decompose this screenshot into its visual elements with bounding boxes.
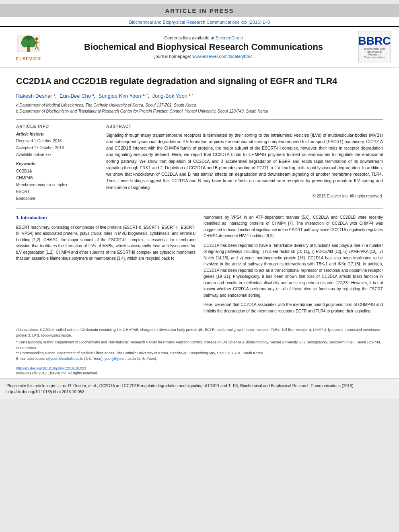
intro-para-3: CC2D1A has been reported to have a remar… [204, 242, 383, 299]
corresponding2-footnote: ** Corresponding author. Department of M… [16, 351, 383, 356]
footnotes-area: Abbreviations: CC2D1A, coiled-coil and C… [0, 324, 399, 365]
header-center: Contents lists available at ScienceDirec… [55, 35, 352, 59]
keyword-4: ESCRT [16, 188, 97, 195]
email-footnote: E-mail addresses: sjkyoon@catholic.ac.kr… [16, 356, 383, 362]
received-date: Received 1 October 2016 [16, 138, 97, 144]
sciencedirect-link[interactable]: ScienceDirect [216, 35, 243, 40]
article-info-abstract-section: ARTICLE INFO Article history: Received 1… [16, 119, 383, 202]
corresponding1-footnote: * Corresponding author. Department of Bi… [16, 340, 383, 351]
author-sungjoo[interactable]: Sungjoo Kim Yoon [98, 93, 141, 99]
article-title: CC2D1A and CC2D1B regulate degradation a… [16, 76, 383, 87]
main-content: CC2D1A and CC2D1B regulate degradation a… [0, 68, 399, 324]
homepage-link[interactable]: www.elsevier.com/locate/ybbrc [192, 54, 253, 59]
keyword-1: CC2D1A [16, 168, 97, 175]
abstract-copyright: © 2016 Elsevier Inc. All rights reserved… [106, 194, 383, 198]
abstract-text: Signaling through many transmembrane rec… [106, 132, 383, 191]
introduction-heading: 1. Introduction [16, 214, 195, 221]
doi-line: http://dx.doi.org/10.1016/j.bbrc.2016.10… [0, 365, 399, 371]
affiliation-a: a Department of Medical Lifesciences, Th… [16, 102, 383, 108]
body-right-col: monomers by VPS4 in an ATP-dependent man… [204, 214, 383, 318]
journal-title: Biochemical and Biophysical Research Com… [55, 42, 352, 52]
svg-point-3 [21, 38, 29, 47]
intro-para-1: ESCRT machinery, consisting of complexes… [16, 224, 195, 262]
citation-box: Please cite this article in press as: R.… [0, 378, 399, 399]
abstract-column: ABSTRACT Signaling through many transmem… [106, 124, 383, 202]
svg-point-5 [35, 37, 38, 40]
keyword-2: CHMP4B [16, 175, 97, 181]
svg-point-4 [29, 38, 36, 47]
author-eunbee[interactable]: Eun-Bee Cho [60, 93, 91, 99]
email1-link[interactable]: sjkyoon@catholic.ac.kr [46, 357, 83, 361]
bbrc-logo: BBRC Biochemical andBiophysicalResearchC… [356, 31, 393, 63]
accepted-date: Accepted 17 October 2016 [16, 145, 97, 151]
keyword-5: Endosome [16, 195, 97, 202]
article-info-column: ARTICLE INFO Article history: Received 1… [16, 124, 97, 202]
journal-homepage: journal homepage: www.elsevier.com/locat… [55, 54, 352, 59]
author-jongbok[interactable]: Jong-Bok Yoon [152, 93, 187, 99]
journal-name-line: Biochemical and Biophysical Research Com… [0, 17, 399, 26]
intro-para-2: monomers by VPS4 in an ATP-dependent man… [204, 214, 383, 239]
body-section: 1. Introduction ESCRT machinery, consist… [16, 208, 383, 318]
keywords-section: Keywords: CC2D1A CHMP4B Membrane recepto… [16, 162, 97, 202]
body-left-col: 1. Introduction ESCRT machinery, consist… [16, 214, 195, 318]
authors-line: Rakesh Deshar a, Eun-Bee Cho b, Sungjoo … [16, 93, 383, 99]
keyword-3: Membrane receptor complex [16, 181, 97, 188]
abbreviations-footnote: Abbreviations: CC2D1A, coiled-coil and C… [16, 327, 383, 338]
keywords-list: CC2D1A CHMP4B Membrane receptor complex … [16, 168, 97, 202]
elsevier-logo: ELSEVIER [6, 33, 51, 61]
available-online: Available online xxx [16, 152, 97, 158]
affiliation-b: b Department of Biochemistry and Transla… [16, 108, 383, 114]
email2-link[interactable]: yoonj@yonsei.ac.kr [105, 357, 136, 361]
elsevier-label: ELSEVIER [16, 56, 41, 61]
copyright-small: 0006-291X/© 2016 Elsevier Inc. All right… [0, 371, 399, 378]
article-history-label: Article history: [16, 132, 97, 136]
contents-available-line: Contents lists available at ScienceDirec… [55, 35, 352, 40]
intro-para-4: Here, we report that CC2D1A associates w… [204, 302, 383, 314]
abstract-heading: ABSTRACT [106, 124, 383, 129]
affiliations: a Department of Medical Lifesciences, Th… [16, 102, 383, 114]
author-rakesh[interactable]: Rakesh Deshar [16, 93, 52, 99]
keywords-label: Keywords: [16, 162, 97, 166]
article-in-press-banner: ARTICLE IN PRESS [0, 4, 399, 17]
doi-link[interactable]: http://dx.doi.org/10.1016/j.bbrc.2016.10… [16, 366, 86, 370]
journal-header: ELSEVIER Contents lists available at Sci… [0, 26, 399, 68]
svg-rect-1 [27, 47, 30, 51]
article-info-heading: ARTICLE INFO [16, 124, 97, 129]
